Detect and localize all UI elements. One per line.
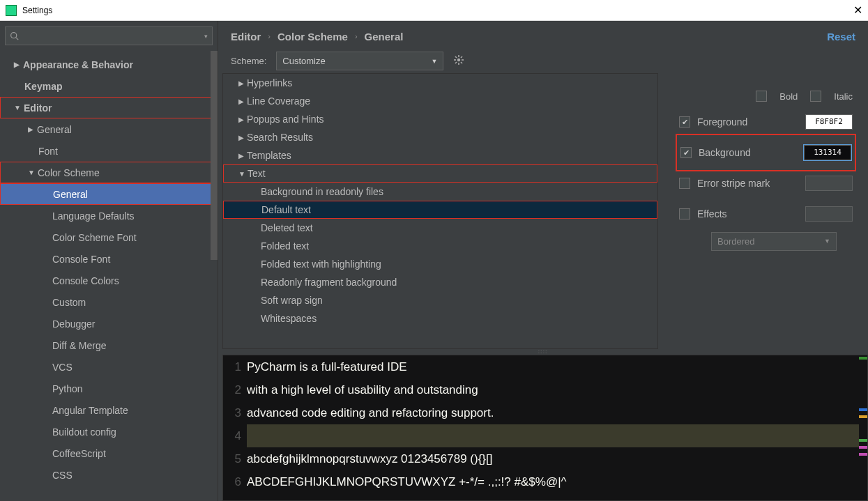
- category-deleted-text[interactable]: Deleted text: [223, 219, 657, 237]
- category-folded-text-with-highlighting[interactable]: Folded text with highlighting: [223, 255, 657, 273]
- category-search-results[interactable]: ▶Search Results: [223, 128, 657, 146]
- tree-arrow-icon: ▶: [236, 152, 247, 160]
- sidebar-item-editor[interactable]: ▼Editor: [0, 97, 218, 118]
- svg-line-7: [455, 56, 457, 58]
- category-hyperlinks[interactable]: ▶Hyperlinks: [223, 74, 657, 92]
- window-title: Settings: [22, 6, 52, 15]
- category-label: Default text: [261, 204, 311, 215]
- content-pane: Editor › Color Scheme › General Reset Sc…: [218, 21, 868, 501]
- category-whitespaces[interactable]: Whitespaces: [223, 309, 657, 327]
- category-background-in-readonly-files[interactable]: Background in readonly files: [223, 183, 657, 201]
- bold-label: Bold: [779, 91, 798, 102]
- foreground-checkbox[interactable]: [679, 116, 690, 128]
- sidebar-item-color-scheme-font[interactable]: Color Scheme Font: [0, 226, 218, 248]
- sidebar-item-keymap[interactable]: Keymap: [0, 75, 218, 97]
- tree-item-label: General: [53, 189, 88, 200]
- effects-type-dropdown[interactable]: Bordered ▼: [711, 232, 837, 251]
- tree-item-label: Keymap: [24, 81, 62, 92]
- category-label: Deleted text: [261, 222, 313, 233]
- sidebar-item-css[interactable]: CSS: [0, 464, 218, 486]
- app-icon: [6, 5, 17, 16]
- category-text[interactable]: ▼Text: [223, 164, 657, 183]
- category-label: Templates: [247, 150, 291, 161]
- tree-item-label: Font: [38, 146, 58, 157]
- tree-item-label: General: [37, 124, 72, 135]
- settings-tree[interactable]: ▶Appearance & BehaviorKeymap▼Editor▶Gene…: [0, 51, 218, 501]
- category-label: Soft wrap sign: [261, 295, 323, 306]
- category-label: Popups and Hints: [247, 114, 324, 125]
- error-stripe-label: Error stripe mark: [697, 178, 798, 189]
- foreground-label: Foreground: [697, 116, 798, 128]
- italic-checkbox[interactable]: [810, 91, 821, 102]
- category-readonly-fragment-background[interactable]: Readonly fragment background: [223, 273, 657, 291]
- tree-item-label: VCS: [52, 362, 73, 373]
- background-swatch[interactable]: 131314: [804, 145, 851, 160]
- sidebar-item-color-scheme[interactable]: ▼Color Scheme: [0, 162, 218, 183]
- sidebar-item-language-defaults[interactable]: Language Defaults: [0, 205, 218, 226]
- italic-label: Italic: [834, 91, 853, 102]
- sidebar-item-debugger[interactable]: Debugger: [0, 313, 218, 334]
- effects-checkbox[interactable]: [679, 208, 690, 219]
- bold-checkbox[interactable]: [756, 91, 767, 102]
- sidebar-item-python[interactable]: Python: [0, 378, 218, 399]
- category-label: Readonly fragment background: [261, 277, 397, 288]
- category-popups-and-hints[interactable]: ▶Popups and Hints: [223, 110, 657, 128]
- close-icon[interactable]: ✕: [853, 3, 862, 17]
- category-default-text[interactable]: Default text: [223, 201, 657, 219]
- category-templates[interactable]: ▶Templates: [223, 146, 657, 164]
- sidebar-item-appearance-behavior[interactable]: ▶Appearance & Behavior: [0, 54, 218, 75]
- scrollbar-thumb[interactable]: [211, 51, 218, 260]
- sidebar-item-diff-merge[interactable]: Diff & Merge: [0, 334, 218, 356]
- properties-panel: Bold Italic Foreground F8F8F2 Background…: [658, 80, 868, 349]
- category-soft-wrap-sign[interactable]: Soft wrap sign: [223, 291, 657, 309]
- code-line: with a high level of usability and outst…: [247, 378, 867, 401]
- breadcrumb-editor[interactable]: Editor: [231, 31, 261, 43]
- category-label: Hyperlinks: [247, 77, 292, 88]
- tree-item-label: Python: [52, 383, 83, 394]
- reset-link[interactable]: Reset: [827, 31, 855, 43]
- line-number: 1: [223, 355, 241, 378]
- category-label: Folded text with highlighting: [261, 259, 381, 270]
- sidebar-item-font[interactable]: Font: [0, 140, 218, 162]
- sidebar-item-custom[interactable]: Custom: [0, 291, 218, 313]
- sidebar-item-console-font[interactable]: Console Font: [0, 248, 218, 270]
- category-folded-text[interactable]: Folded text: [223, 237, 657, 255]
- background-checkbox[interactable]: [680, 147, 692, 158]
- background-label: Background: [699, 147, 797, 158]
- tree-item-label: Console Colors: [52, 275, 119, 286]
- preview-editor[interactable]: 123456 PyCharm is a full-featured IDEwit…: [222, 355, 868, 501]
- tree-arrow-icon: ▼: [11, 104, 24, 111]
- chevron-down-icon: ▼: [431, 58, 437, 65]
- search-input[interactable]: ▾: [5, 26, 213, 45]
- effects-swatch[interactable]: [805, 206, 853, 222]
- foreground-swatch[interactable]: F8F8F2: [805, 114, 853, 130]
- tree-arrow-icon: ▶: [236, 116, 247, 123]
- line-number: 4: [223, 424, 241, 447]
- gear-icon[interactable]: [453, 54, 464, 68]
- category-label: Text: [248, 168, 266, 179]
- category-line-coverage[interactable]: ▶Line Coverage: [223, 92, 657, 110]
- error-stripe-swatch[interactable]: [805, 176, 853, 191]
- line-number: 3: [223, 401, 241, 424]
- sidebar-item-general[interactable]: General: [0, 183, 218, 205]
- sidebar-item-coffeescript[interactable]: CoffeeScript: [0, 442, 218, 464]
- code-line: abcdefghijklmnopqrstuvwxyz 0123456789 ()…: [247, 447, 867, 470]
- tree-item-label: Appearance & Behavior: [23, 59, 133, 70]
- breadcrumb-color-scheme[interactable]: Color Scheme: [277, 31, 348, 43]
- category-tree[interactable]: ▶Hyperlinks▶Line Coverage▶Popups and Hin…: [222, 73, 658, 349]
- scheme-dropdown[interactable]: Customize ▼: [276, 52, 443, 70]
- error-stripe-checkbox[interactable]: [679, 178, 690, 189]
- dropdown-icon[interactable]: ▾: [204, 33, 208, 40]
- sidebar-item-console-colors[interactable]: Console Colors: [0, 270, 218, 291]
- sidebar-item-vcs[interactable]: VCS: [0, 356, 218, 378]
- sidebar-item-general[interactable]: ▶General: [0, 118, 218, 140]
- code-line: [247, 424, 867, 447]
- code-line: ABCDEFGHIJKLMNOPQRSTUVWXYZ +-*/= .,;:!? …: [247, 470, 867, 493]
- sidebar-item-angular-template[interactable]: Angular Template: [0, 399, 218, 421]
- sidebar-item-buildout-config[interactable]: Buildout config: [0, 421, 218, 442]
- chevron-down-icon: ▼: [824, 238, 830, 245]
- category-label: Line Coverage: [247, 95, 310, 107]
- chevron-right-icon: ›: [355, 32, 358, 40]
- tree-item-label: Debugger: [52, 318, 96, 330]
- splitter-handle[interactable]: ∷∷: [218, 349, 868, 355]
